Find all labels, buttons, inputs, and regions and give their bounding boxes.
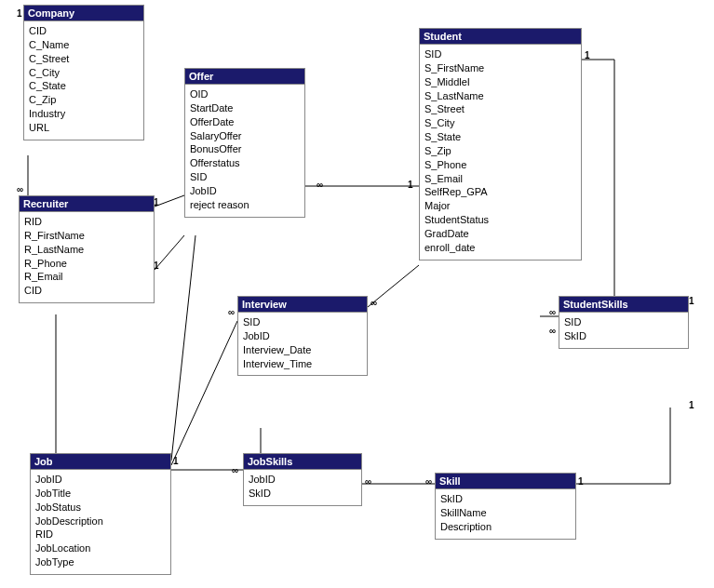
entity-job: Job JobID JobTitle JobStatus JobDescript… (30, 453, 171, 575)
field: SkID (564, 329, 683, 343)
field: JobLocation (35, 541, 166, 555)
field: Industry (29, 107, 139, 121)
field: JobID (190, 184, 300, 198)
entity-student: Student SID S_FirstName S_MiddleI S_Last… (419, 28, 582, 261)
field: SkillName (440, 506, 571, 520)
field: Offerstatus (190, 156, 300, 170)
field: enroll_date (424, 241, 576, 255)
field: JobType (35, 555, 166, 569)
field: S_FirstName (424, 61, 576, 75)
field: OfferDate (190, 115, 300, 129)
entity-recruiter: Recruiter RID R_FirstName R_LastName R_P… (19, 195, 155, 303)
field: CID (29, 24, 139, 38)
field: Interview_Time (243, 357, 362, 371)
entity-title: JobSkills (244, 454, 361, 470)
entity-title: Job (31, 454, 170, 470)
entity-fields: JobID SkID (244, 470, 361, 505)
field: OID (190, 87, 300, 101)
field: GradDate (424, 227, 576, 241)
entity-fields: CID C_Name C_Street C_City C_State C_Zip… (24, 21, 143, 140)
field: JobTitle (35, 487, 166, 501)
field: S_MiddleI (424, 75, 576, 89)
field: S_LastName (424, 89, 576, 103)
entity-title: Offer (185, 69, 304, 85)
entity-title: StudentSkills (559, 297, 688, 313)
field: C_Zip (29, 93, 139, 107)
entity-fields: SkID SkillName Description (436, 489, 575, 539)
entity-studentskills: StudentSkills SID SkID (559, 296, 689, 349)
entity-interview: Interview SID JobID Interview_Date Inter… (237, 296, 368, 376)
entity-fields: OID StartDate OfferDate SalaryOffer Bonu… (185, 85, 304, 217)
field: JobID (243, 329, 362, 343)
field: StartDate (190, 101, 300, 115)
entity-fields: SID SkID (559, 313, 688, 348)
field: R_FirstName (24, 229, 149, 243)
field: SID (243, 315, 362, 329)
field: SelfRep_GPA (424, 185, 576, 199)
field: SID (190, 170, 300, 184)
entity-fields: JobID JobTitle JobStatus JobDescription … (31, 470, 170, 574)
field: Major (424, 199, 576, 213)
field: SkID (249, 487, 357, 501)
field: C_Street (29, 52, 139, 66)
field: C_State (29, 79, 139, 93)
field: Description (440, 520, 571, 534)
entity-offer: Offer OID StartDate OfferDate SalaryOffe… (184, 68, 305, 218)
field: S_Zip (424, 144, 576, 158)
entity-fields: RID R_FirstName R_LastName R_Phone R_Ema… (20, 212, 154, 302)
field: SkID (440, 492, 571, 506)
entity-title: Company (24, 6, 143, 21)
field: reject reason (190, 198, 300, 212)
field: S_City (424, 116, 576, 130)
entity-title: Recruiter (20, 196, 154, 212)
field: S_State (424, 130, 576, 144)
field: S_Street (424, 102, 576, 116)
field: URL (29, 121, 139, 135)
field: StudentStatus (424, 213, 576, 227)
field: RID (35, 528, 166, 541)
field: R_Phone (24, 257, 149, 271)
entity-company: Company CID C_Name C_Street C_City C_Sta… (23, 5, 144, 140)
field: CID (24, 284, 149, 298)
entity-title: Student (420, 29, 581, 45)
field: R_Email (24, 270, 149, 284)
field: BonusOffer (190, 142, 300, 156)
field: SalaryOffer (190, 129, 300, 143)
field: SID (564, 315, 683, 329)
field: SID (424, 47, 576, 61)
entity-title: Interview (238, 297, 367, 313)
field: S_Email (424, 172, 576, 186)
entity-fields: SID JobID Interview_Date Interview_Time (238, 313, 367, 375)
entity-title: Skill (436, 474, 575, 489)
field: Interview_Date (243, 343, 362, 357)
field: JobID (249, 473, 357, 487)
field: S_Phone (424, 158, 576, 172)
field: JobID (35, 473, 166, 487)
field: C_City (29, 66, 139, 80)
field: JobDescription (35, 514, 166, 528)
entity-jobskills: JobSkills JobID SkID (243, 453, 362, 506)
entity-fields: SID S_FirstName S_MiddleI S_LastName S_S… (420, 45, 581, 260)
field: JobStatus (35, 501, 166, 514)
entity-skill: Skill SkID SkillName Description (435, 473, 576, 540)
field: RID (24, 215, 149, 229)
field: R_LastName (24, 243, 149, 257)
field: C_Name (29, 38, 139, 52)
